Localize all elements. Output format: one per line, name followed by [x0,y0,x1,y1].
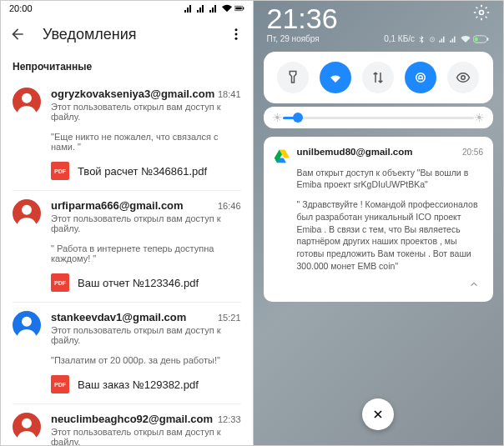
svg-point-15 [416,73,426,83]
sun-low-icon: ☀ [272,111,283,124]
svg-rect-1 [243,8,244,10]
attachment-row[interactable]: PDFТвой расчет №346861.pdf [51,162,241,180]
notification-time: 12:33 [218,414,241,424]
quick-settings-panel [264,52,494,103]
svg-point-3 [234,28,237,31]
wifi-icon [222,4,232,13]
status-time: 20:00 [9,3,33,13]
card-email: unilbemud80@gmail.com [297,147,413,157]
pdf-icon: PDF [51,162,69,180]
sun-high-icon: ☀ [474,111,485,124]
collapse-button[interactable] [274,278,481,292]
section-header: Непрочитанные [1,53,253,79]
slider-track [283,117,475,119]
attachment-row[interactable]: PDFВаш заказ №129382.pdf [51,375,241,393]
gear-icon [473,4,490,21]
brightness-slider[interactable]: ☀ ☀ [264,107,494,128]
avatar [13,199,41,228]
signal-icon [209,4,219,13]
time-block: 21:36 [254,1,504,34]
alarm-icon [428,36,436,43]
sender-email: neuclimbeaghco92@gmail.com [51,413,213,425]
bluetooth-icon [417,35,426,43]
svg-point-8 [22,317,32,327]
signal-icon [450,36,458,43]
dismiss-button[interactable] [362,398,394,430]
file-name: Ваш заказ №129382.pdf [78,378,199,391]
data-rate: 0,1 КБ/с [384,34,415,43]
notification-subtitle: Этот пользователь открыл вам доступ к фа… [51,427,241,445]
phone-right-lockscreen: 21:36 Пт, 29 ноября 0,1 КБ/с [254,1,504,445]
status-icons [184,4,244,13]
file-name: Твой расчет №346861.pdf [78,165,207,178]
file-name: Ваш отчет №123346.pdf [78,277,199,289]
data-toggle[interactable] [362,62,394,93]
date-text: Пт, 29 ноября [267,34,320,43]
back-button[interactable] [8,24,28,44]
clock-time: 21:36 [267,4,338,33]
notification-quote: "Еще никто не пожалел, что связался с на… [51,132,241,152]
app-header: Уведомления [1,16,253,53]
flashlight-icon [285,70,300,85]
svg-rect-14 [487,38,489,40]
notification-time: 16:46 [218,201,241,211]
svg-rect-2 [235,8,241,10]
silent-toggle[interactable] [405,62,436,93]
eye-toggle[interactable] [447,62,479,93]
settings-button[interactable] [473,4,490,24]
notification-subtitle: Этот пользователь открыл вам доступ к фа… [51,213,241,233]
card-time: 20:56 [462,148,483,157]
signal-icon [439,36,447,43]
sender-email: ogryzkovakseniya3@gmail.com [51,88,214,100]
signal-icon [197,4,207,13]
notification-item[interactable]: ogryzkovakseniya3@gmail.com18:41Этот пол… [1,79,253,190]
svg-point-6 [22,93,32,103]
sender-email: stankeevdav1@gmail.com [51,311,186,323]
notification-item[interactable]: urfiparma666@gmail.com16:46Этот пользова… [1,191,253,302]
arrows-vertical-icon [370,70,386,85]
notification-time: 18:41 [218,89,241,99]
svg-point-4 [234,33,237,36]
slider-thumb[interactable] [293,113,303,123]
avatar [13,311,41,339]
avatar [13,413,41,441]
notification-list: ogryzkovakseniya3@gmail.com18:41Этот пол… [1,79,253,445]
close-icon [371,408,385,421]
notification-item[interactable]: stankeevdav1@gmail.com15:21Этот пользова… [1,303,253,403]
signal-icon [184,4,194,13]
attachment-row[interactable]: PDFВаш отчет №123346.pdf [51,273,241,292]
flashlight-toggle[interactable] [277,62,309,93]
avatar [13,88,41,116]
svg-rect-13 [475,37,478,41]
svg-point-5 [234,38,237,40]
eye-icon [456,70,471,85]
notification-subtitle: Этот пользователь открыл вам доступ к фа… [51,325,241,345]
battery-icon [473,35,490,43]
svg-point-16 [461,76,466,80]
notification-quote: "Пзалатим от 20 000р. за день работы!" [51,355,241,365]
status-bar: 20:00 [1,1,253,16]
svg-point-10 [480,11,484,15]
notification-item[interactable]: neuclimbeaghco92@gmail.com12:33Этот поль… [1,404,253,445]
card-subtitle: Вам открыт доступ к объекту "Вы вошли в … [297,167,484,190]
sender-email: urfiparma666@gmail.com [51,199,184,212]
date-row: Пт, 29 ноября 0,1 КБ/с [254,34,504,48]
more-button[interactable] [226,27,246,42]
battery-icon [234,4,244,13]
wifi-icon [328,70,343,85]
svg-point-7 [22,205,32,215]
pdf-icon: PDF [51,273,69,292]
wifi-icon [461,36,471,43]
wifi-toggle[interactable] [320,62,351,93]
header-title: Уведомления [43,26,226,43]
notification-time: 15:21 [218,313,241,323]
arrow-left-icon [9,26,26,43]
status-mini-icons: 0,1 КБ/с [384,34,490,43]
pdf-icon: PDF [51,375,69,393]
notification-card[interactable]: unilbemud80@gmail.com 20:56 Вам открыт д… [264,137,494,302]
notification-quote: " Работа в интернете теперь доступна каж… [51,243,241,263]
google-drive-icon [274,148,290,164]
svg-point-9 [22,418,32,428]
notification-subtitle: Этот пользователь открыл вам доступ к фа… [51,102,241,122]
phone-left-gmail: 20:00 Уведомления Непрочитанные ogryzkov… [1,1,254,445]
